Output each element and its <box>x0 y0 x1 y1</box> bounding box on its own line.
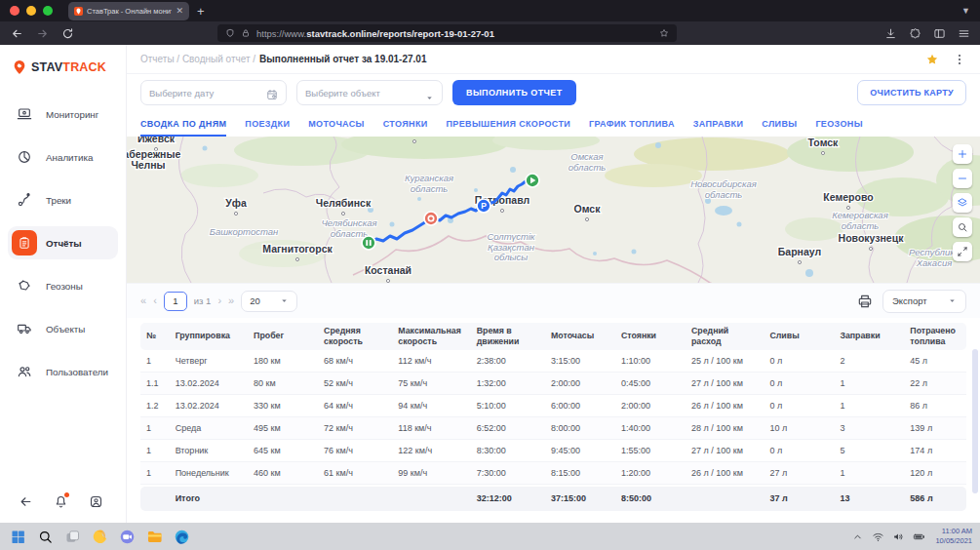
zoom-out-button[interactable] <box>953 169 972 188</box>
map-city-dot <box>234 212 237 215</box>
total-cell: 13 <box>834 493 904 503</box>
taskbar-edge-icon[interactable] <box>172 527 191 546</box>
tab-заправки[interactable]: ЗАПРАВКИ <box>693 111 743 137</box>
volume-icon[interactable] <box>891 530 905 543</box>
tab-график-топлива[interactable]: ГРАФИК ТОПЛИВА <box>589 111 675 137</box>
table-cell: 45 л <box>904 356 966 366</box>
users-icon <box>12 359 37 384</box>
sidebar-item-objects[interactable]: Объекты <box>8 312 118 345</box>
reload-icon[interactable] <box>60 26 74 40</box>
search-button[interactable] <box>953 217 972 237</box>
tab-превышения-скорости[interactable]: ПРЕВЫШЕНИЯ СКОРОСТИ <box>447 111 571 137</box>
table-cell: 76 км/ч <box>318 446 392 455</box>
map[interactable]: БашкортостанЧелябинскаяобластьКурганская… <box>127 137 980 283</box>
map-city-label: Барнаул <box>778 246 821 257</box>
sidebar-panel-icon[interactable] <box>932 26 946 40</box>
page-size-select[interactable]: 20 <box>241 291 297 312</box>
map-marker-pause[interactable] <box>362 236 375 250</box>
bookmark-star-icon[interactable] <box>659 28 669 38</box>
profile-icon[interactable] <box>88 493 103 509</box>
close-tab-icon[interactable]: ✕ <box>176 7 183 16</box>
object-select[interactable]: Выберите объект <box>296 80 443 105</box>
geozones-icon <box>12 273 37 298</box>
next-page-button[interactable]: › <box>217 295 221 306</box>
kebab-menu-icon[interactable] <box>953 53 966 66</box>
browser-tab[interactable]: СтавТрак - Онлайн мониторинг ✕ <box>68 2 189 20</box>
collapse-icon[interactable] <box>18 493 33 509</box>
breadcrumb-trail[interactable]: Отчеты / Сводный отчет / <box>140 54 255 64</box>
back-icon[interactable] <box>10 26 23 40</box>
taskbar-chat-icon[interactable] <box>117 527 137 546</box>
tab-геозоны[interactable]: ГЕОЗОНЫ <box>815 111 862 137</box>
sidebar-item-tracks[interactable]: Треки <box>8 183 118 216</box>
maximize-window-button[interactable] <box>43 6 53 16</box>
page-number-input[interactable]: 1 <box>164 292 187 311</box>
wifi-icon[interactable] <box>871 530 884 543</box>
sidebar-item-monitoring[interactable]: Мониторинг <box>8 98 118 131</box>
pagination-row: « ‹ 1 из 1 › » 20 Экспорт <box>127 283 980 318</box>
report-tabs: СВОДКА ПО ДНЯМПОЕЗДКИМОТОЧАСЫСТОЯНКИПРЕВ… <box>127 111 980 137</box>
map-region-label: Башкортостан <box>210 226 279 237</box>
sidebar: STAVTRACK МониторингАналитикаТрекиОтчёты… <box>0 45 127 523</box>
extensions-icon[interactable] <box>908 26 921 40</box>
download-icon[interactable] <box>883 26 897 40</box>
prev-page-button[interactable]: ‹ <box>153 295 157 306</box>
chevron-down-icon <box>425 89 434 98</box>
forward-icon[interactable] <box>35 26 49 40</box>
print-icon[interactable] <box>857 294 873 309</box>
taskbar-task-view-icon[interactable] <box>62 527 82 546</box>
tab-сводка-по-дням[interactable]: СВОДКА ПО ДНЯМ <box>140 111 226 137</box>
list-tabs-chevron-icon[interactable]: ▼ <box>961 6 970 16</box>
sidebar-item-users[interactable]: Пользователи <box>8 355 118 388</box>
last-page-button[interactable]: » <box>228 295 234 306</box>
tab-поездки[interactable]: ПОЕЗДКИ <box>245 111 290 137</box>
url-bar[interactable]: https://www.stavtrack.online/reports/rep… <box>217 24 677 42</box>
sidebar-item-reports[interactable]: Отчёты <box>8 226 118 259</box>
table-cell: Среда <box>170 423 248 433</box>
zoom-in-button[interactable] <box>953 144 972 164</box>
export-select[interactable]: Экспорт <box>882 290 966 313</box>
date-input-box[interactable] <box>140 80 287 105</box>
minimize-window-button[interactable] <box>26 6 36 16</box>
table-cell: 0 л <box>764 378 834 388</box>
tab-сливы[interactable]: СЛИВЫ <box>762 111 797 137</box>
table-cell: 52 км/ч <box>318 378 392 388</box>
battery-icon[interactable] <box>912 530 925 543</box>
taskbar-start-icon[interactable] <box>8 527 27 546</box>
tray-chevron-icon[interactable] <box>850 530 864 543</box>
sidebar-footer <box>0 493 126 523</box>
sidebar-item-analytics[interactable]: Аналитика <box>8 140 118 174</box>
tab-стоянки[interactable]: СТОЯНКИ <box>383 111 428 137</box>
favorite-star-icon[interactable] <box>925 53 939 66</box>
clear-map-button[interactable]: ОЧИСТИТЬ КАРТУ <box>857 80 966 105</box>
layers-button[interactable] <box>953 193 972 213</box>
logo-pin-icon <box>12 59 27 76</box>
main-panel: Отчеты / Сводный отчет / Выполненный отч… <box>127 45 980 523</box>
table-cell: 1:32:00 <box>471 378 545 388</box>
table-cell: Вторник <box>170 446 248 455</box>
close-window-button[interactable] <box>10 6 20 16</box>
taskbar-explorer-icon[interactable] <box>144 527 164 546</box>
fullscreen-button[interactable] <box>953 242 972 261</box>
map-city-dot <box>500 209 503 212</box>
taskbar-firefox-icon[interactable] <box>90 527 109 546</box>
taskbar-clock[interactable]: 11:00 AM 10/05/2021 <box>935 527 972 546</box>
analytics-icon <box>12 144 37 170</box>
map-marker-finish[interactable] <box>526 174 539 187</box>
menu-icon[interactable] <box>957 26 970 40</box>
first-page-button[interactable]: « <box>140 295 146 306</box>
table-cell: 8:30:00 <box>471 446 545 455</box>
table-cell: 86 л <box>904 401 966 411</box>
sidebar-item-geozones[interactable]: Геозоны <box>8 269 118 302</box>
run-report-button[interactable]: ВЫПОЛНИТЬ ОТЧЕТ <box>452 80 576 105</box>
os-taskbar: 11:00 AM 10/05/2021 <box>0 523 980 550</box>
tab-моточасы[interactable]: МОТОЧАСЫ <box>308 111 364 137</box>
page-scrollbar[interactable] <box>972 349 978 493</box>
map-marker-stop[interactable] <box>424 212 438 225</box>
new-tab-button[interactable]: + <box>197 5 205 18</box>
map-marker-parking[interactable]: P <box>477 199 490 213</box>
app-logo: STAVTRACK <box>0 45 126 82</box>
taskbar-search-icon[interactable] <box>35 527 55 546</box>
bell-icon[interactable] <box>53 493 68 509</box>
date-input[interactable] <box>149 88 262 98</box>
